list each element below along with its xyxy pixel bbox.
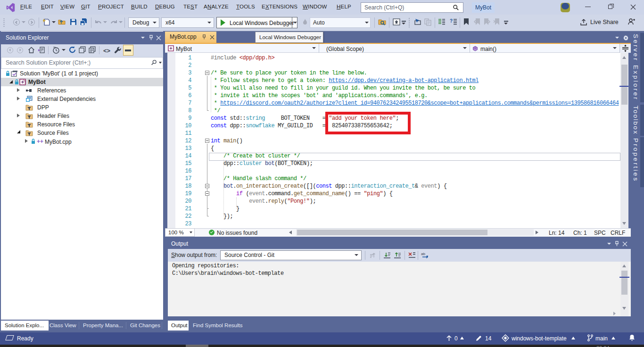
svg-text:ab: ab <box>421 252 425 256</box>
svg-text:?: ? <box>450 18 453 24</box>
